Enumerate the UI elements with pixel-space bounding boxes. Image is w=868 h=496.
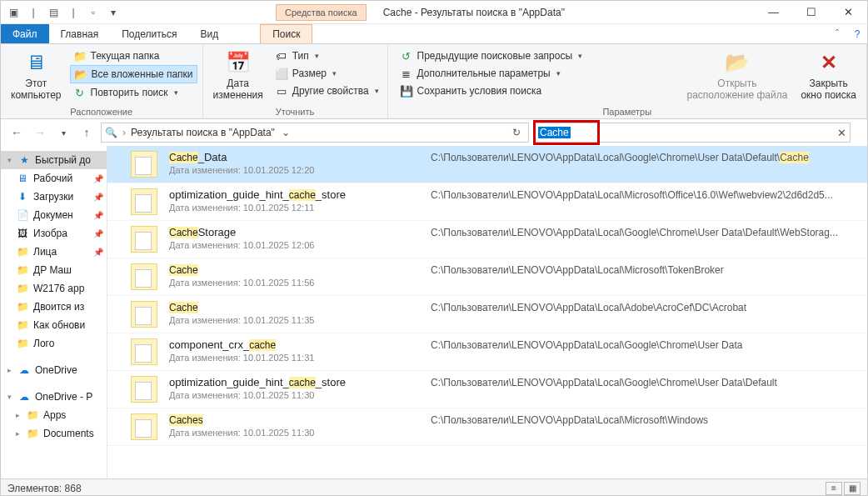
- result-row[interactable]: optimization_guide_hint_cache_storeДата …: [107, 371, 867, 408]
- current-folder-button[interactable]: 📁Текущая папка: [70, 48, 197, 64]
- result-date: Дата изменения: 10.01.2025 12:20: [169, 165, 419, 175]
- result-meta: CacheДата изменения: 10.01.2025 11:56: [169, 263, 419, 288]
- props-icon[interactable]: ▤: [44, 3, 62, 22]
- forward-button: →: [31, 123, 49, 142]
- recent-searches-button[interactable]: ↺Предыдущие поисковые запросы ▾: [397, 48, 586, 64]
- icons-view-button[interactable]: ▦: [844, 482, 861, 495]
- nav-w2176[interactable]: 📁W2176 app: [1, 279, 107, 298]
- folder-icon: [131, 413, 157, 440]
- nav-label: Загрузки: [33, 191, 73, 203]
- pin-icon: 📌: [93, 229, 103, 238]
- nav-desktop[interactable]: 🖥Рабочий📌: [1, 169, 107, 188]
- nav-pictures[interactable]: 🖼Изобра📌: [1, 224, 107, 243]
- result-row[interactable]: Cache_DataДата изменения: 10.01.2025 12:…: [107, 146, 867, 183]
- folder-icon: [131, 188, 157, 215]
- open-location-button: 📂 Открыть расположение файла: [681, 46, 792, 104]
- pc-icon: 🖥: [22, 49, 49, 76]
- folder-icon: [131, 376, 157, 403]
- search-term[interactable]: Cache: [538, 127, 571, 138]
- history-dropdown[interactable]: ▾: [54, 123, 72, 142]
- nav-downloads[interactable]: ⬇Загрузки📌: [1, 188, 107, 206]
- result-path: C:\Пользователи\LENOVO\AppData\Local\Ado…: [431, 301, 859, 313]
- nav-quick-access[interactable]: ▾★Быстрый до: [1, 151, 107, 169]
- folder-icon[interactable]: ▣: [4, 3, 22, 22]
- size-label: Размер: [292, 68, 327, 79]
- titlebar: ▣ | ▤ | ▫ ▾ Средства поиска Cache - Резу…: [1, 1, 867, 24]
- breadcrumb[interactable]: Результаты поиска в "AppData": [131, 127, 275, 138]
- address-dropdown[interactable]: ⌄: [280, 127, 292, 138]
- nav-logo[interactable]: 📁Лого: [1, 334, 107, 353]
- nav-onedrive-p[interactable]: ▾☁OneDrive - P: [1, 388, 107, 406]
- size-icon: ⬜: [275, 67, 288, 80]
- folder-icon: 📁: [16, 300, 29, 313]
- search-box[interactable]: Cache ✕: [534, 123, 851, 143]
- up-button[interactable]: ↑: [77, 123, 96, 142]
- date-modified-button[interactable]: 📅 Дата изменения: [208, 46, 268, 104]
- result-row[interactable]: component_crx_cacheДата изменения: 10.01…: [107, 333, 867, 371]
- result-name: optimization_guide_hint_cache_store: [169, 188, 419, 201]
- pin-icon: 📌: [93, 174, 103, 183]
- new-folder-icon[interactable]: ▫: [84, 3, 102, 22]
- back-button[interactable]: ←: [7, 123, 26, 142]
- result-meta: optimization_guide_hint_cache_storeДата …: [169, 188, 419, 213]
- address-bar[interactable]: 🔍 › Результаты поиска в "AppData" ⌄ ↻: [101, 123, 529, 143]
- result-path: C:\Пользователи\LENOVO\AppData\Local\Mic…: [431, 188, 859, 201]
- tab-search[interactable]: Поиск: [260, 24, 312, 43]
- maximize-button[interactable]: ☐: [792, 1, 830, 24]
- nav-kakobn[interactable]: 📁Как обнови: [1, 316, 107, 334]
- folder-icon: [131, 338, 157, 365]
- folder-icon: 📁: [16, 318, 29, 332]
- nav-onedrive[interactable]: ▸☁OneDrive: [1, 361, 107, 379]
- search-results[interactable]: Cache_DataДата изменения: 10.01.2025 12:…: [107, 146, 867, 478]
- this-pc-button[interactable]: 🖥 Этот компьютер: [6, 46, 67, 104]
- nav-documents2[interactable]: ▸📁Documents: [1, 424, 107, 443]
- advanced-options-button[interactable]: ≣Дополнительные параметры ▾: [397, 65, 586, 82]
- item-count: Элементов: 868: [7, 483, 82, 494]
- cloud-icon: ☁: [17, 363, 31, 377]
- refresh-button[interactable]: ↻: [508, 127, 525, 138]
- clear-search-button[interactable]: ✕: [837, 127, 846, 139]
- close-search-button[interactable]: ✕ Закрыть окно поиска: [796, 46, 861, 104]
- close-button[interactable]: ✕: [830, 1, 867, 24]
- qat-dropdown[interactable]: ▾: [104, 3, 122, 22]
- ribbon-collapse[interactable]: ˆ: [827, 24, 847, 43]
- result-row[interactable]: CacheStorageДата изменения: 10.01.2025 1…: [107, 221, 867, 258]
- result-row[interactable]: CacheДата изменения: 10.01.2025 11:56C:\…: [107, 258, 867, 296]
- recent-searches-label: Предыдущие поисковые запросы: [417, 50, 573, 62]
- navigation-pane[interactable]: ▾★Быстрый до 🖥Рабочий📌 ⬇Загрузки📌 📄Докум…: [1, 146, 107, 478]
- result-row[interactable]: CachesДата изменения: 10.01.2025 11:30C:…: [107, 408, 867, 446]
- nav-documents[interactable]: 📄Докумен📌: [1, 206, 107, 224]
- nav-dvoitsa[interactable]: 📁Двоится из: [1, 298, 107, 316]
- tab-file[interactable]: Файл: [1, 24, 49, 43]
- result-date: Дата изменения: 10.01.2025 12:11: [169, 203, 419, 213]
- nav-apps[interactable]: ▸📁Apps: [1, 406, 107, 424]
- search-again-button[interactable]: ↻Повторить поиск ▾: [70, 84, 197, 101]
- nav-label: Лица: [33, 246, 57, 258]
- result-row[interactable]: CacheДата изменения: 10.01.2025 11:35C:\…: [107, 296, 867, 333]
- folder-icon: 📁: [26, 427, 39, 440]
- tab-view[interactable]: Вид: [188, 24, 230, 43]
- cloud-icon: ☁: [17, 390, 31, 403]
- nav-label: Изобра: [33, 228, 67, 239]
- nav-label: ДР Маш: [33, 264, 72, 276]
- nav-dr[interactable]: 📁ДР Маш: [1, 261, 107, 279]
- folder-icon: 📁: [73, 49, 87, 63]
- tab-home[interactable]: Главная: [49, 24, 111, 43]
- save-icon: 💾: [400, 84, 413, 98]
- props-icon: ▭: [275, 84, 288, 98]
- nav-faces[interactable]: 📁Лица📌: [1, 243, 107, 261]
- all-subfolders-button[interactable]: 📂Все вложенные папки: [70, 65, 197, 83]
- ribbon-group-location: 🖥 Этот компьютер 📁Текущая папка 📂Все вло…: [1, 44, 203, 118]
- details-view-button[interactable]: ≡: [826, 482, 842, 495]
- other-props-button[interactable]: ▭Другие свойства ▾: [272, 83, 382, 99]
- save-search-button[interactable]: 💾Сохранить условия поиска: [397, 83, 586, 99]
- type-button[interactable]: 🏷Тип ▾: [272, 48, 382, 64]
- size-button[interactable]: ⬜Размер ▾: [272, 65, 382, 82]
- help-icon[interactable]: ?: [847, 24, 867, 43]
- minimize-button[interactable]: —: [755, 1, 792, 24]
- chevron-down-icon: ▾: [556, 69, 561, 78]
- tab-share[interactable]: Поделиться: [110, 24, 188, 43]
- nav-label: Рабочий: [33, 173, 72, 184]
- list-icon: ≣: [400, 67, 413, 80]
- result-row[interactable]: optimization_guide_hint_cache_storeДата …: [107, 183, 867, 221]
